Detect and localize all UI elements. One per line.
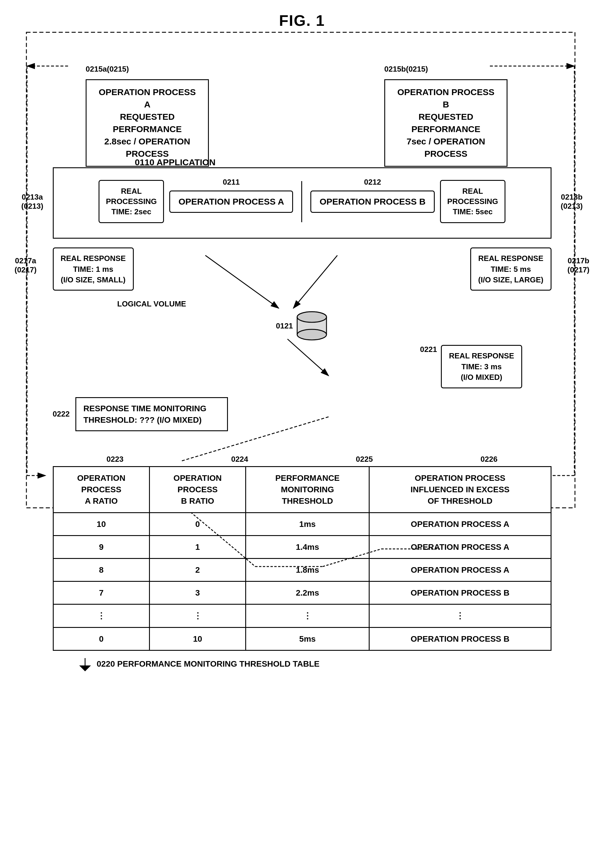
figure-title: FIG. 1	[18, 12, 586, 29]
table-row: 10 0 1ms OPERATION PROCESS A	[53, 513, 551, 535]
cell-1-0: 9	[53, 535, 149, 558]
real-a-ref-label: 0213a(0213)	[22, 192, 43, 211]
cell-5-3: OPERATION PROCESS B	[369, 627, 551, 650]
col-ref-0224: 0224	[178, 455, 302, 464]
process-b-box: OPERATION PROCESS B REQUESTED PERFORMANC…	[384, 79, 508, 167]
op-process-a-label: OPERATION PROCESS A	[169, 191, 293, 213]
col-ref-0225: 0225	[302, 455, 427, 464]
cell-2-0: 8	[53, 558, 149, 581]
col-ref-0226: 0226	[427, 455, 551, 464]
process-b-line1: OPERATION PROCESS B	[394, 86, 498, 111]
performance-table: OPERATIONPROCESSA RATIO OPERATIONPROCESS…	[53, 466, 551, 651]
process-a-ref-label: 0215a(0215)	[86, 65, 129, 74]
cell-3-3: OPERATION PROCESS B	[369, 581, 551, 604]
real-mixed-ref: 0221	[420, 345, 437, 354]
cell-1-2: 1.4ms	[246, 535, 369, 558]
cell-0-1: 0	[149, 513, 246, 535]
real-b-ref-label: 0213b(0213)	[561, 192, 582, 211]
real-processing-a-box: REAL PROCESSING TIME: 2sec	[99, 180, 164, 223]
cell-3-2: 2.2ms	[246, 581, 369, 604]
svg-marker-25	[79, 665, 91, 671]
cell-3-0: 7	[53, 581, 149, 604]
table-row: 8 2 1.8ms OPERATION PROCESS A	[53, 558, 551, 581]
table-row: ⋮ ⋮ ⋮ ⋮	[53, 604, 551, 627]
svg-point-23	[297, 312, 326, 322]
response-b-ref: 0217b(0217)	[567, 256, 589, 274]
process-b-line3: 7sec / OPERATION PROCESS	[394, 135, 498, 160]
table-row: 0 10 5ms OPERATION PROCESS B	[53, 627, 551, 650]
col-ref-0223: 0223	[53, 455, 178, 464]
table-footer-label: 0220 PERFORMANCE MONITORING THRESHOLD TA…	[97, 659, 320, 669]
cell-2-1: 2	[149, 558, 246, 581]
process-b-line2: REQUESTED PERFORMANCE	[394, 111, 498, 135]
op-a-ref: 0211	[222, 178, 239, 187]
process-a-line2: REQUESTED PERFORMANCE	[95, 111, 199, 135]
op-b-ref: 0212	[364, 178, 381, 187]
cell-0-0: 10	[53, 513, 149, 535]
process-a-line3: 2.8sec / OPERATION PROCESS	[95, 135, 199, 160]
lv-ref: 0121	[276, 321, 293, 330]
cell-1-1: 1	[149, 535, 246, 558]
response-b-box: REAL RESPONSE TIME: 5 ms (I/O SIZE, LARG…	[470, 248, 551, 291]
svg-point-22	[297, 329, 326, 340]
cell-1-3: OPERATION PROCESS A	[369, 535, 551, 558]
cell-3-1: 3	[149, 581, 246, 604]
cell-5-1: 10	[149, 627, 246, 650]
monitoring-ref: 0222	[53, 409, 70, 418]
application-box: 0213a(0213) REAL PROCESSING TIME: 2sec 0…	[53, 167, 551, 239]
process-a-box: OPERATION PROCESS A REQUESTED PERFORMANC…	[86, 79, 209, 167]
cell-4-2: ⋮	[246, 604, 369, 627]
real-processing-b-box: REAL PROCESSING TIME: 5sec	[440, 180, 505, 223]
cell-0-3: OPERATION PROCESS A	[369, 513, 551, 535]
table-arrow-icon	[76, 657, 94, 671]
cell-0-2: 1ms	[246, 513, 369, 535]
cell-2-3: OPERATION PROCESS A	[369, 558, 551, 581]
table-row: 7 3 2.2ms OPERATION PROCESS B	[53, 581, 551, 604]
cell-4-0: ⋮	[53, 604, 149, 627]
table-row: 9 1 1.4ms OPERATION PROCESS A	[53, 535, 551, 558]
process-a-line1: OPERATION PROCESS A	[95, 86, 199, 111]
cell-2-2: 1.8ms	[246, 558, 369, 581]
real-response-mixed-box: REAL RESPONSE TIME: 3 ms (I/O MIXED)	[441, 345, 522, 388]
cell-4-1: ⋮	[149, 604, 246, 627]
col-header-2: PERFORMANCEMONITORINGTHRESHOLD	[246, 467, 369, 513]
cell-4-3: ⋮	[369, 604, 551, 627]
cell-5-2: 5ms	[246, 627, 369, 650]
process-b-ref-label: 0215b(0215)	[384, 65, 428, 74]
response-a-ref: 0217a(0217)	[15, 256, 37, 274]
cell-5-0: 0	[53, 627, 149, 650]
col-header-1: OPERATIONPROCESSB RATIO	[149, 467, 246, 513]
monitoring-threshold-box: RESPONSE TIME MONITORING THRESHOLD: ??? …	[76, 397, 228, 431]
response-a-box: REAL RESPONSE TIME: 1 ms (I/O SIZE, SMAL…	[53, 248, 134, 291]
cylinder-icon	[296, 310, 328, 342]
logical-volume-label: LOGICAL VOLUME	[117, 299, 186, 308]
col-header-0: OPERATIONPROCESSA RATIO	[53, 467, 149, 513]
col-header-3: OPERATION PROCESSINFLUENCED IN EXCESSOF …	[369, 467, 551, 513]
op-process-b-label: OPERATION PROCESS B	[310, 191, 434, 213]
app-ref-label: 0110 APPLICATION	[135, 157, 216, 167]
